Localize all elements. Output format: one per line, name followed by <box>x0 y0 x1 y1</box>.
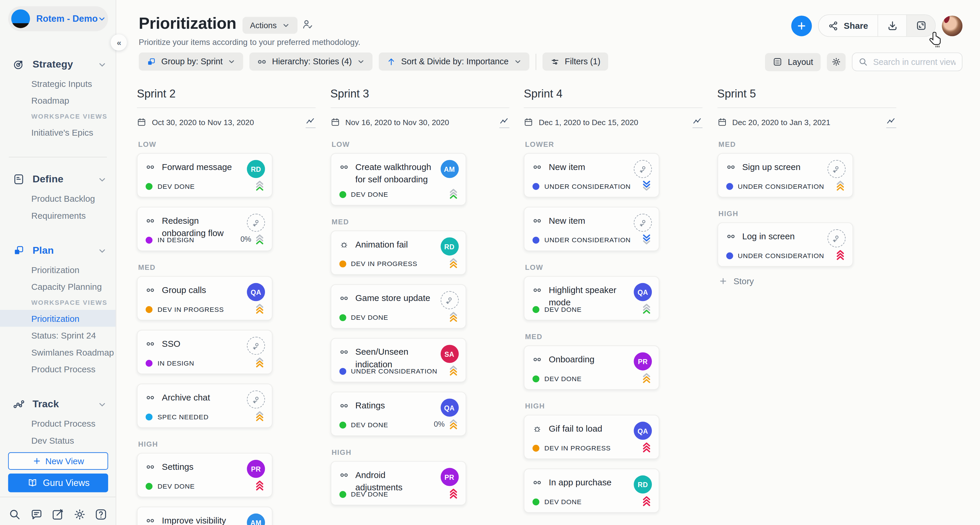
card-redesign-onboarding-flow[interactable]: Redesign onboarding flowIN DESIGN0% <box>137 207 273 251</box>
importance-med-icon[interactable] <box>449 311 458 322</box>
importance-lower-icon[interactable] <box>642 180 651 191</box>
card-create-walkthrough-for-self-onboarding[interactable]: Create walkthrough for self onboardingAM… <box>330 153 466 206</box>
card-seen-unseen-indication[interactable]: Seen/Unseen indicationSAUNDER CONSIDERAT… <box>330 338 466 382</box>
sidebar-item-product-process[interactable]: Product Process <box>0 415 116 431</box>
status-label: DEV DONE <box>544 498 582 506</box>
card-in-app-purchase[interactable]: In app purchaseRDDEV DONE <box>524 469 660 513</box>
importance-med-icon[interactable] <box>255 357 264 368</box>
unassigned-avatar[interactable] <box>634 160 652 178</box>
importance-low-icon[interactable] <box>642 303 651 314</box>
fullscreen-button[interactable] <box>906 15 935 36</box>
share-button[interactable]: Share <box>819 15 878 36</box>
sidebar-item-swimlanes-roadmap[interactable]: Swimlanes Roadmap <box>0 344 116 360</box>
sidebar-item-capacity-planning[interactable]: Capacity Planning <box>0 278 116 295</box>
sidebar-section-header-plan[interactable]: Plan <box>0 240 116 261</box>
guru-views-button[interactable]: Guru Views <box>8 474 108 492</box>
sidebar-section-track: TrackProduct ProcessDev Status <box>0 393 116 448</box>
sidebar-item-prioritization[interactable]: Prioritization <box>0 310 116 327</box>
status-label: IN DESIGN <box>158 236 194 244</box>
add-story-button[interactable]: Story <box>719 276 896 286</box>
user-avatar[interactable] <box>942 15 963 36</box>
importance-high-icon[interactable] <box>835 249 845 260</box>
sidebar-item-product-backlog[interactable]: Product Backlog <box>0 190 116 207</box>
importance-med-icon[interactable] <box>449 365 458 376</box>
card-improve-visibility[interactable]: Improve visibilityAMDEV DONE <box>137 506 273 525</box>
unassigned-avatar[interactable] <box>247 390 265 409</box>
sidebar-item-status-sprint-24[interactable]: Status: Sprint 24 <box>0 327 116 344</box>
group-label-lower: LOWER <box>525 141 702 148</box>
chat-icon[interactable] <box>30 508 43 521</box>
unassigned-avatar[interactable] <box>827 160 845 178</box>
card-animation-fail[interactable]: Animation failRDDEV IN PROGRESS <box>330 230 466 275</box>
sidebar-item-strategic-inputs[interactable]: Strategic Inputs <box>0 75 116 92</box>
importance-med-icon[interactable] <box>449 419 458 430</box>
sidebar-collapse-button[interactable]: « <box>111 34 127 51</box>
sidebar-section-header-strategy[interactable]: Strategy <box>0 54 116 75</box>
card-forward-message[interactable]: Forward messageRDDEV DONE <box>137 153 273 197</box>
importance-med-icon[interactable] <box>255 303 264 314</box>
card-settings[interactable]: SettingsPRDEV DONE <box>137 453 273 497</box>
card-android-adjustments[interactable]: Android adjustmentsPRDEV DONE <box>330 461 466 505</box>
sidebar-item-product-process[interactable]: Product Process <box>0 360 116 377</box>
card-sso[interactable]: SSOIN DESIGN <box>137 330 273 374</box>
card-ratings[interactable]: RatingsQADEV DONE0% <box>330 392 466 436</box>
hierarchy-button[interactable]: Hierarchy: Stories (4) <box>250 52 372 71</box>
card-group-calls[interactable]: Group callsQADEV IN PROGRESS <box>137 276 273 320</box>
importance-med-icon[interactable] <box>642 372 651 384</box>
trend-icon[interactable] <box>305 116 315 128</box>
card-gif-fail-to-load[interactable]: Gif fail to loadQADEV IN PROGRESS <box>524 415 660 459</box>
unassigned-avatar[interactable] <box>827 229 845 247</box>
card-title: Seen/Unseen indication <box>355 346 435 371</box>
importance-low-icon[interactable] <box>255 234 264 245</box>
view-toolbar: Group by: Sprint Hierarchy: Stories (4) … <box>138 52 608 71</box>
card-sign-up-screen[interactable]: Sign up screenUNDER CONSIDERATION <box>717 153 853 197</box>
card-log-in-screen[interactable]: Log in screenUNDER CONSIDERATION <box>717 222 853 266</box>
trend-icon[interactable] <box>499 116 509 128</box>
view-settings-button[interactable] <box>827 53 846 71</box>
importance-high-icon[interactable] <box>642 442 651 453</box>
compose-icon[interactable] <box>51 508 64 521</box>
trend-icon[interactable] <box>886 116 896 128</box>
sidebar-item-roadmap[interactable]: Roadmap <box>0 92 116 109</box>
importance-high-icon[interactable] <box>449 488 458 499</box>
help-icon[interactable] <box>94 508 108 521</box>
workspace-switcher[interactable]: Rotem - Demo <box>8 6 108 31</box>
layout-button[interactable]: Layout <box>765 53 821 71</box>
sort-divide-button[interactable]: Sort & Divide by: Importance <box>379 52 529 71</box>
gear-icon[interactable] <box>73 508 86 521</box>
filters-button[interactable]: Filters (1) <box>542 52 608 71</box>
sidebar-item-initiative-s-epics[interactable]: Initiative's Epics <box>0 124 116 140</box>
importance-high-icon[interactable] <box>255 480 264 491</box>
sidebar-item-requirements[interactable]: Requirements <box>0 207 116 224</box>
sidebar-item-prioritization[interactable]: Prioritization <box>0 261 116 278</box>
importance-med-icon[interactable] <box>835 180 845 191</box>
card-new-item[interactable]: New itemUNDER CONSIDERATION <box>524 153 660 197</box>
importance-high-icon[interactable] <box>642 495 651 506</box>
add-item-button[interactable] <box>791 15 812 36</box>
importance-low-icon[interactable] <box>255 180 264 191</box>
unassigned-avatar[interactable] <box>441 291 458 309</box>
card-new-item[interactable]: New itemUNDER CONSIDERATION <box>524 207 660 251</box>
unassigned-avatar[interactable] <box>247 337 265 355</box>
search-icon[interactable] <box>8 508 21 521</box>
importance-lower-icon[interactable] <box>642 234 651 245</box>
new-view-button[interactable]: New View <box>8 452 108 470</box>
group-by-button[interactable]: Group by: Sprint <box>138 52 243 71</box>
invite-people-icon[interactable] <box>301 18 314 31</box>
sidebar-item-dev-status[interactable]: Dev Status <box>0 431 116 448</box>
importance-med-icon[interactable] <box>255 411 264 422</box>
card-onboarding[interactable]: OnboardingPRDEV DONE <box>524 346 660 390</box>
unassigned-avatar[interactable] <box>634 214 652 232</box>
sidebar-section-header-track[interactable]: Track <box>0 393 116 415</box>
card-game-store-update[interactable]: Game store updateDEV DONE <box>330 284 466 328</box>
card-archive-chat[interactable]: Archive chatSPEC NEEDED <box>137 384 273 428</box>
download-button[interactable] <box>878 15 906 36</box>
actions-button[interactable]: Actions <box>242 17 297 33</box>
importance-med-icon[interactable] <box>449 257 458 269</box>
sidebar-section-header-define[interactable]: Define <box>0 168 116 190</box>
unassigned-avatar[interactable] <box>247 214 265 232</box>
importance-low-icon[interactable] <box>449 188 458 199</box>
trend-icon[interactable] <box>692 116 702 128</box>
search-input[interactable] <box>852 52 963 71</box>
card-highlight-speaker-mode[interactable]: Highlight speaker modeQADEV DONE <box>524 276 660 320</box>
